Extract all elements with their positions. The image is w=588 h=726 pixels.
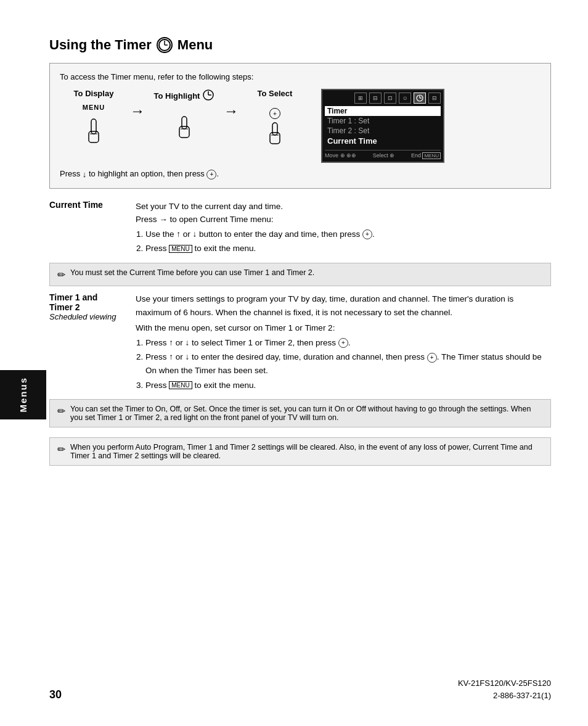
note-box-2: ✏ You can set the Timer to On, Off, or S… <box>49 399 551 427</box>
hand-icon-display <box>81 114 106 145</box>
timer-body1: Use your timers settings to program your… <box>136 292 551 319</box>
steps-row: To Display MENU <box>60 89 541 163</box>
current-time-body1: Set your TV to the current day and time. <box>136 200 551 213</box>
tv-select-label: Select ⊕ <box>373 152 395 159</box>
svg-rect-10 <box>182 117 187 129</box>
tv-item-current-time: Current Time <box>325 136 441 146</box>
steps-intro: To access the Timer menu, refer to the f… <box>60 72 541 81</box>
current-time-body2: Press → to open Current Time menu: <box>136 213 551 226</box>
plus-icon-3: + <box>427 353 437 363</box>
note2-text: You can set the Timer to On, Off, or Set… <box>70 405 543 422</box>
footer: 30 KV-21FS120/KV-25FS120 2-886-337-21(1) <box>49 677 551 701</box>
plus-icon-1: + <box>362 229 372 239</box>
note-box-3: ✏ When you perform Auto Program, Timer 1… <box>49 437 551 466</box>
step-display: To Display MENU <box>60 89 128 145</box>
tv-icon2: ⊟ <box>369 93 382 104</box>
arrow-down-icon: ↓ <box>83 170 87 179</box>
model-line2: 2-886-337-21(1) <box>458 690 551 702</box>
timer-step1: Press ↑ or ↓ to select Timer 1 or Timer … <box>145 336 551 350</box>
hand-icon-select: + <box>263 108 287 148</box>
arrow1: → <box>128 89 147 120</box>
menus-label: Menus <box>18 377 28 413</box>
title-suffix: Menu <box>178 37 213 53</box>
page-container: Menus Using the Timer Menu To access the… <box>0 0 588 726</box>
steps-box: To access the Timer menu, refer to the f… <box>49 63 551 189</box>
tv-icons-row: ⊞ ⊟ ⊡ ☺ ⊟ <box>325 93 441 104</box>
model-line1: KV-21FS120/KV-25FS120 <box>458 677 551 690</box>
note-icon-3: ✏ <box>57 443 65 455</box>
current-time-section: Current Time Set your TV to the current … <box>49 200 551 257</box>
note3-text: When you perform Auto Program, Timer 1 a… <box>70 443 543 460</box>
press-instruction: Press ↓ to highlight an option, then pre… <box>60 169 541 179</box>
note-icon-1: ✏ <box>57 269 65 281</box>
timer-sub: Scheduled viewing <box>49 312 136 321</box>
menu-btn-icon2: MENU <box>169 381 192 389</box>
step1-label: To Display <box>74 89 114 98</box>
step3-label: To Select <box>258 89 293 98</box>
menu-text-label: MENU <box>83 102 105 112</box>
tv-screen-mock: ⊞ ⊟ ⊡ ☺ ⊟ Timer Timer 1 : Set <box>321 89 444 163</box>
tv-item-timer2: Timer 2 : Set <box>325 126 441 136</box>
current-time-term: Current Time <box>49 200 136 257</box>
current-time-steps: Use the ↑ or ↓ button to enter the day a… <box>145 228 551 255</box>
timer-steps: Press ↑ or ↓ to select Timer 1 or Timer … <box>145 336 551 392</box>
timer-term-line1: Timer 1 and <box>49 292 97 302</box>
menu-btn-icon: MENU <box>169 245 192 253</box>
note1-text: You must set the Current Time before you… <box>70 268 314 277</box>
note-box-1: ✏ You must set the Current Time before y… <box>49 263 551 286</box>
timer-body: Use your timers settings to program your… <box>136 292 551 393</box>
page-title: Using the Timer Menu <box>49 37 551 53</box>
svg-rect-12 <box>270 133 280 144</box>
highlight-clock-icon <box>202 89 214 103</box>
step-highlight: To Highlight <box>147 89 221 144</box>
title-prefix: Using the Timer <box>49 37 152 53</box>
svg-rect-3 <box>89 131 99 142</box>
model-info: KV-21FS120/KV-25FS120 2-886-337-21(1) <box>458 677 551 701</box>
timer-step3: Press MENU to exit the menu. <box>145 379 551 392</box>
svg-rect-9 <box>179 126 189 138</box>
step-select: To Select + <box>241 89 309 148</box>
step2-label: To Highlight <box>154 89 215 103</box>
menus-sidebar: Menus <box>0 370 46 419</box>
note-icon-2: ✏ <box>57 405 65 417</box>
current-time-step1: Use the ↑ or ↓ button to enter the day a… <box>145 228 551 241</box>
svg-rect-13 <box>272 123 277 135</box>
tv-item-timer1: Timer 1 : Set <box>325 116 441 126</box>
tv-icon5 <box>414 93 426 104</box>
page-number: 30 <box>49 688 62 701</box>
select-btn-icon: + <box>269 108 280 119</box>
timer-term-line2: Timer 2 <box>49 302 80 312</box>
tv-item-timer: Timer <box>325 106 441 116</box>
arrow2: → <box>221 89 241 120</box>
plus-icon-2: + <box>338 338 348 348</box>
tv-icon1: ⊞ <box>354 93 367 104</box>
tv-end-label: End MENU <box>411 152 441 159</box>
tv-bottom-bar: Move ⊕ ⊕⊕ Select ⊕ End MENU <box>325 150 441 159</box>
timer-clock-icon <box>157 37 173 53</box>
tv-icon6: ⊟ <box>428 93 441 104</box>
tv-move-label: Move ⊕ ⊕⊕ <box>325 152 356 159</box>
timer-body2: With the menu open, set cursor on Timer … <box>136 321 551 335</box>
timer-step2: Press ↑ or ↓ to enter the desired day, t… <box>145 350 551 377</box>
current-time-body: Set your TV to the current day and time.… <box>136 200 551 257</box>
timer-term: Timer 1 and Timer 2 Scheduled viewing <box>49 292 136 393</box>
plus-circle-icon: + <box>206 170 216 179</box>
current-time-step2: Press MENU to exit the menu. <box>145 242 551 255</box>
tv-icon3: ⊡ <box>384 93 396 104</box>
tv-icon4: ☺ <box>399 93 411 104</box>
hand-icon-highlight <box>172 113 197 144</box>
timer-section: Timer 1 and Timer 2 Scheduled viewing Us… <box>49 292 551 393</box>
